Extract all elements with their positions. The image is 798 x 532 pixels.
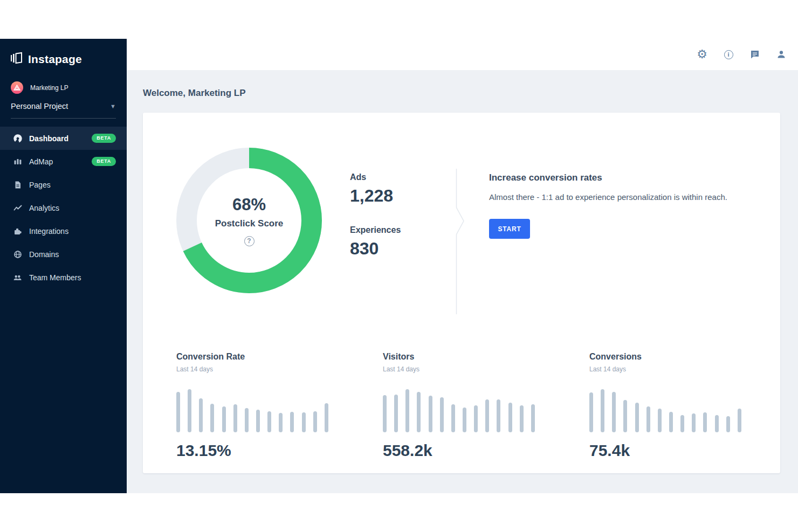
ads-label: Ads bbox=[350, 172, 441, 182]
promo-title: Increase conversion rates bbox=[489, 172, 748, 183]
sidebar-item-domains[interactable]: Domains bbox=[0, 243, 127, 266]
bar bbox=[635, 403, 639, 432]
chart-value: 13.15% bbox=[176, 441, 333, 460]
overview-row: 68% Postclick Score ? Ads 1,228 Experien… bbox=[143, 113, 780, 316]
donut-center: 68% Postclick Score ? bbox=[176, 148, 322, 293]
sidebar-item-admap[interactable]: AdMap BETA bbox=[0, 150, 127, 173]
bar bbox=[601, 389, 604, 432]
page-title: Welcome, Marketing LP bbox=[143, 88, 780, 99]
topbar: ⚙ i bbox=[127, 39, 798, 70]
bar bbox=[508, 403, 512, 432]
bar bbox=[325, 403, 328, 432]
bar bbox=[394, 395, 398, 432]
bar bbox=[474, 405, 478, 432]
chart-value: 75.4k bbox=[589, 441, 746, 460]
bar bbox=[290, 412, 294, 432]
ads-value: 1,228 bbox=[350, 186, 441, 206]
bar bbox=[405, 389, 409, 432]
bar bbox=[692, 413, 696, 432]
bar bbox=[646, 406, 650, 432]
beta-badge: BETA bbox=[92, 157, 116, 166]
bar bbox=[383, 395, 387, 432]
bar bbox=[210, 404, 214, 432]
bar bbox=[612, 392, 616, 432]
stats-column: Ads 1,228 Experiences 830 bbox=[350, 148, 441, 316]
sidebar-item-label: Dashboard bbox=[29, 134, 68, 143]
bar-chart bbox=[383, 389, 535, 432]
dashboard-card: 68% Postclick Score ? Ads 1,228 Experien… bbox=[143, 113, 780, 473]
promo-body: Almost there - 1:1 ad to experience pers… bbox=[489, 190, 748, 205]
promo-section: Increase conversion rates Almost there -… bbox=[489, 148, 748, 316]
bar bbox=[313, 411, 317, 432]
bar bbox=[703, 412, 707, 432]
team-members-people-icon bbox=[13, 273, 22, 282]
conversion-rate-chart: Conversion Rate Last 14 days 13.15% bbox=[176, 352, 333, 460]
bar bbox=[715, 415, 719, 432]
sidebar: Instapage Marketing LP Personal Project … bbox=[0, 39, 127, 493]
bar bbox=[531, 404, 535, 432]
chart-title: Conversions bbox=[589, 352, 746, 362]
sidebar-item-pages[interactable]: Pages bbox=[0, 173, 127, 196]
bar bbox=[680, 415, 684, 432]
brand-name: Instapage bbox=[28, 53, 82, 66]
sidebar-item-label: Integrations bbox=[29, 227, 68, 236]
bar bbox=[463, 407, 466, 432]
sidebar-item-team-members[interactable]: Team Members bbox=[0, 266, 127, 289]
account-row[interactable]: Marketing LP bbox=[11, 81, 127, 94]
beta-badge: BETA bbox=[92, 134, 116, 143]
help-icon[interactable]: ? bbox=[244, 236, 254, 246]
sidebar-item-label: Pages bbox=[29, 181, 51, 189]
sidebar-item-label: Team Members bbox=[29, 273, 81, 282]
sidebar-item-analytics[interactable]: Analytics bbox=[0, 196, 127, 219]
project-selector[interactable]: Personal Project ▼ bbox=[11, 102, 116, 119]
account-name: Marketing LP bbox=[30, 84, 68, 92]
content: Welcome, Marketing LP 68% Postclick Scor… bbox=[127, 70, 798, 493]
chart-subtitle: Last 14 days bbox=[589, 365, 746, 373]
ads-stat: Ads 1,228 bbox=[350, 172, 441, 206]
chart-subtitle: Last 14 days bbox=[383, 365, 539, 373]
dashboard-donut-icon bbox=[13, 134, 22, 143]
experiences-stat: Experiences 830 bbox=[350, 225, 441, 259]
bar bbox=[279, 413, 283, 432]
sidebar-item-label: Domains bbox=[29, 250, 59, 259]
feedback-chat-icon[interactable] bbox=[749, 49, 761, 60]
bar bbox=[267, 411, 271, 432]
postclick-score-label: Postclick Score bbox=[215, 218, 284, 229]
info-icon[interactable]: i bbox=[723, 49, 734, 60]
chart-subtitle: Last 14 days bbox=[176, 365, 333, 373]
conversions-chart: Conversions Last 14 days 75.4k bbox=[589, 352, 746, 460]
bar bbox=[658, 409, 662, 432]
account-avatar bbox=[11, 81, 23, 94]
brand-logo[interactable]: Instapage bbox=[0, 39, 127, 67]
pages-document-icon bbox=[13, 180, 22, 189]
bar bbox=[738, 409, 741, 432]
chart-value: 558.2k bbox=[383, 441, 539, 460]
bar bbox=[485, 399, 489, 432]
account-person-icon[interactable] bbox=[775, 49, 787, 60]
experiences-value: 830 bbox=[350, 239, 441, 259]
chart-title: Conversion Rate bbox=[176, 352, 333, 362]
bar-chart bbox=[176, 389, 328, 432]
bar bbox=[429, 396, 432, 432]
sidebar-item-label: AdMap bbox=[29, 157, 53, 166]
project-name: Personal Project bbox=[11, 102, 68, 110]
sidebar-item-dashboard[interactable]: Dashboard BETA bbox=[0, 127, 127, 150]
bar bbox=[188, 389, 191, 432]
bar bbox=[726, 416, 730, 432]
analytics-trend-icon bbox=[13, 203, 22, 212]
instapage-logo-icon bbox=[10, 51, 24, 67]
bar bbox=[589, 392, 593, 432]
bar bbox=[233, 404, 237, 432]
experiences-label: Experiences bbox=[350, 225, 441, 235]
sidebar-item-integrations[interactable]: Integrations bbox=[0, 219, 127, 243]
chevron-down-icon: ▼ bbox=[110, 103, 116, 109]
chart-title: Visitors bbox=[383, 352, 539, 362]
bar bbox=[222, 406, 226, 432]
bar bbox=[623, 400, 627, 432]
visitors-chart: Visitors Last 14 days 558.2k bbox=[383, 352, 539, 460]
bar bbox=[417, 392, 421, 432]
bar bbox=[302, 412, 306, 432]
start-button[interactable]: START bbox=[489, 219, 530, 239]
bar bbox=[669, 412, 673, 432]
settings-gear-icon[interactable]: ⚙ bbox=[696, 49, 708, 60]
